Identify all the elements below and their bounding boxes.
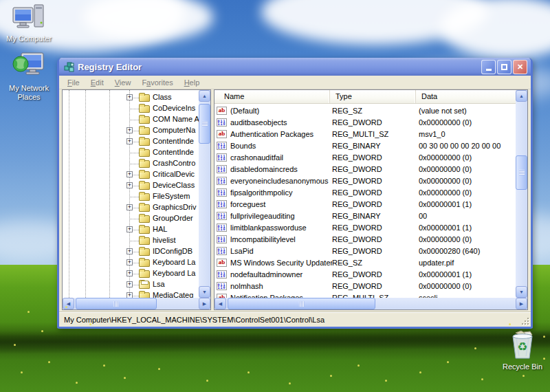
tree-item-label[interactable]: CrashContro bbox=[153, 159, 195, 167]
tree-expand-icon[interactable]: + bbox=[126, 138, 133, 144]
list-vertical-scrollbar[interactable]: ▲ ▼ bbox=[516, 90, 527, 298]
registry-value-row[interactable]: 011110LsaPidREG_DWORD0x00000280 (640) bbox=[214, 245, 516, 257]
column-header-type[interactable]: Type bbox=[330, 90, 416, 103]
registry-value-row[interactable]: 011110forceguestREG_DWORD0x00000001 (1) bbox=[214, 198, 516, 210]
tree-expand-icon[interactable]: + bbox=[126, 270, 133, 276]
tree-expand-icon[interactable]: + bbox=[126, 204, 133, 210]
tree-item-label[interactable]: MediaCateg bbox=[153, 291, 193, 298]
scroll-up-arrow-icon[interactable]: ▲ bbox=[516, 90, 527, 102]
registry-value-row[interactable]: 011110BoundsREG_BINARY00 30 00 00 00 20 … bbox=[214, 140, 516, 151]
tree-hscroll-thumb[interactable] bbox=[76, 298, 157, 309]
flower-dot bbox=[76, 382, 78, 384]
tree-item[interactable]: CrashContro bbox=[63, 158, 199, 169]
resize-grip[interactable] bbox=[521, 317, 529, 325]
registry-value-row[interactable]: ab(Default)REG_SZ(value not set) bbox=[214, 105, 516, 116]
tree-item-label[interactable]: GroupOrder bbox=[153, 214, 193, 222]
maximize-button[interactable] bbox=[497, 60, 512, 74]
tree-expand-icon[interactable]: + bbox=[126, 127, 133, 133]
tree-item[interactable]: +Keyboard La bbox=[63, 257, 199, 268]
desktop-icon-my-computer[interactable]: My Computer bbox=[3, 3, 55, 43]
tree-vertical-scrollbar[interactable]: ▲ ▼ bbox=[199, 90, 210, 298]
menu-view[interactable]: View bbox=[109, 77, 137, 88]
tree-item[interactable]: +ContentInde bbox=[63, 136, 199, 147]
menu-favorites[interactable]: Favorites bbox=[136, 77, 178, 88]
menu-file[interactable]: File bbox=[62, 77, 85, 88]
registry-value-row[interactable]: abMS Windows Security UpdaterREG_SZupdat… bbox=[214, 257, 516, 268]
tree-expand-icon[interactable]: + bbox=[126, 248, 133, 254]
tree-item[interactable]: +HAL bbox=[63, 224, 199, 235]
list-horizontal-scrollbar[interactable]: ◀ ▶ bbox=[214, 298, 527, 309]
tree-expand-icon[interactable]: + bbox=[126, 292, 133, 298]
tree-horizontal-scrollbar[interactable]: ◀ ▶ bbox=[63, 298, 210, 309]
tree-item[interactable]: FileSystem bbox=[63, 191, 199, 202]
column-header-name[interactable]: Name bbox=[214, 90, 330, 103]
tree-vscroll-thumb[interactable] bbox=[199, 104, 210, 144]
scroll-up-arrow-icon[interactable]: ▲ bbox=[199, 90, 210, 102]
tree-item[interactable]: +DeviceClass bbox=[63, 180, 199, 191]
tree-item[interactable]: ContentInde bbox=[63, 147, 199, 158]
registry-value-row[interactable]: 011110nodefaultadminownerREG_DWORD0x0000… bbox=[214, 268, 516, 280]
tree-item[interactable]: +Keyboard La bbox=[63, 268, 199, 279]
close-button[interactable]: ✕ bbox=[513, 60, 527, 74]
registry-value-row[interactable]: abNotification PackagesREG_MULTI_SZscecl… bbox=[214, 292, 516, 298]
tree-item[interactable]: CoDeviceIns bbox=[63, 103, 199, 114]
tree-item-label[interactable]: IDConfigDB bbox=[153, 247, 192, 255]
tree-expand-icon[interactable]: + bbox=[126, 226, 133, 232]
registry-value-row[interactable]: abAuthentication PackagesREG_MULTI_SZmsv… bbox=[214, 128, 516, 140]
registry-value-row[interactable]: 011110fullprivilegeauditingREG_BINARY00 bbox=[214, 210, 516, 221]
registry-value-row[interactable]: 011110auditbaseobjectsREG_DWORD0x0000000… bbox=[214, 116, 516, 128]
scroll-left-arrow-icon[interactable]: ◀ bbox=[214, 298, 226, 309]
tree-expand-icon[interactable]: + bbox=[126, 182, 133, 188]
menu-help[interactable]: Help bbox=[179, 77, 206, 88]
registry-value-row[interactable]: 011110disabledomaincredsREG_DWORD0x00000… bbox=[214, 163, 516, 175]
registry-value-row[interactable]: 011110limitblankpassworduseREG_DWORD0x00… bbox=[214, 221, 516, 233]
tree-expand-icon[interactable]: + bbox=[126, 281, 133, 287]
tree-item-label[interactable]: ContentInde bbox=[153, 148, 194, 156]
registry-value-row[interactable]: 011110lmcompatibilitylevelREG_DWORD0x000… bbox=[214, 233, 516, 245]
tree-item-label[interactable]: Lsa bbox=[153, 280, 165, 288]
registry-value-row[interactable]: 011110everyoneincludesanonymousREG_DWORD… bbox=[214, 175, 516, 186]
tree-item-label[interactable]: CriticalDevic bbox=[153, 170, 195, 178]
tree-item[interactable]: +CriticalDevic bbox=[63, 169, 199, 180]
tree-item[interactable]: +Lsa bbox=[63, 279, 199, 290]
tree-item[interactable]: +IDConfigDB bbox=[63, 246, 199, 257]
tree-expand-icon[interactable]: + bbox=[126, 94, 133, 100]
scroll-down-arrow-icon[interactable]: ▼ bbox=[516, 286, 527, 298]
scroll-right-arrow-icon[interactable]: ▶ bbox=[516, 298, 527, 309]
tree-item[interactable]: +ComputerNa bbox=[63, 125, 199, 136]
scroll-left-arrow-icon[interactable]: ◀ bbox=[63, 298, 74, 309]
tree-item-label[interactable]: COM Name A bbox=[153, 115, 199, 123]
minimize-button[interactable] bbox=[481, 60, 496, 74]
registry-value-row[interactable]: 011110fipsalgorithmpolicyREG_DWORD0x0000… bbox=[214, 186, 516, 198]
tree-item-label[interactable]: FileSystem bbox=[153, 192, 190, 200]
tree-item[interactable]: COM Name A bbox=[63, 114, 199, 125]
tree-item-label[interactable]: Keyboard La bbox=[153, 269, 195, 277]
scroll-down-arrow-icon[interactable]: ▼ bbox=[199, 286, 210, 298]
tree-item-label[interactable]: ComputerNa bbox=[153, 126, 195, 134]
list-hscroll-thumb[interactable] bbox=[228, 298, 375, 309]
registry-value-row[interactable]: 011110crashonauditfailREG_DWORD0x0000000… bbox=[214, 151, 516, 163]
tree-item-label[interactable]: CoDeviceIns bbox=[153, 104, 195, 112]
desktop-icon-my-network-places[interactable]: My Network Places bbox=[3, 52, 55, 102]
tree-item[interactable]: +MediaCateg bbox=[63, 290, 199, 298]
tree-item-label[interactable]: GraphicsDriv bbox=[153, 203, 197, 211]
list-vscroll-thumb[interactable] bbox=[516, 155, 527, 190]
tree-item-label[interactable]: Keyboard La bbox=[153, 258, 195, 266]
menu-edit[interactable]: Edit bbox=[85, 77, 109, 88]
tree-item[interactable]: GroupOrder bbox=[63, 213, 199, 224]
tree-expand-icon[interactable]: + bbox=[126, 259, 133, 265]
tree-item-label[interactable]: hivelist bbox=[153, 236, 176, 244]
tree-item-label[interactable]: ContentInde bbox=[153, 137, 194, 145]
tree-item-label[interactable]: DeviceClass bbox=[153, 181, 195, 189]
tree-item[interactable]: hivelist bbox=[63, 235, 199, 246]
desktop-icon-recycle-bin[interactable]: ♻ Recycle Bin bbox=[496, 330, 549, 371]
tree-item-label[interactable]: HAL bbox=[153, 225, 167, 233]
tree-expand-icon[interactable]: + bbox=[126, 171, 133, 177]
registry-value-row[interactable]: 011110nolmhashREG_DWORD0x00000000 (0) bbox=[214, 280, 516, 292]
column-header-data[interactable]: Data bbox=[416, 90, 516, 103]
tree-item[interactable]: +GraphicsDriv bbox=[63, 202, 199, 213]
title-bar[interactable]: Registry Editor ✕ bbox=[59, 58, 531, 76]
tree-item-label[interactable]: Class bbox=[153, 93, 172, 101]
tree-item[interactable]: +Class bbox=[63, 92, 199, 103]
scroll-right-arrow-icon[interactable]: ▶ bbox=[199, 298, 210, 309]
